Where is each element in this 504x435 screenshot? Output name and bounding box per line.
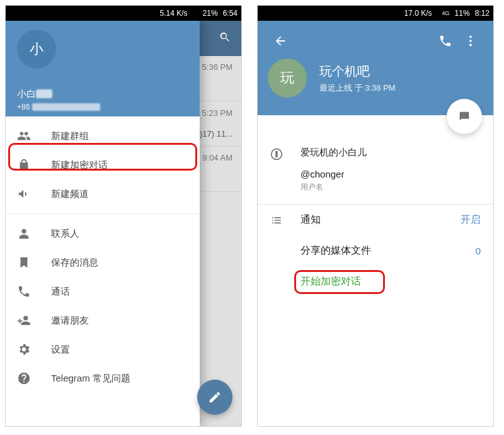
menu-saved-messages[interactable]: 保存的消息	[6, 248, 200, 277]
arrow-left-icon	[273, 34, 287, 48]
pencil-icon	[208, 390, 222, 404]
svg-point-16	[469, 44, 472, 47]
row-label: 通知	[301, 213, 444, 227]
menu-new-channel[interactable]: 新建频道	[6, 179, 200, 208]
clock: 8:12	[475, 9, 490, 18]
gear-icon	[17, 342, 31, 356]
menu-contacts[interactable]: 联系人	[6, 219, 200, 248]
row-value: 开启	[461, 213, 481, 227]
info-icon	[270, 147, 284, 193]
network-speed: 17.0 K/s	[404, 9, 432, 18]
more-vert-icon	[464, 34, 478, 48]
drawer-header[interactable]: 小 小白 +86	[6, 21, 200, 116]
profile-username-caption: 用户名	[301, 182, 367, 193]
status-bar: 5.14 K/s 21% 6:54	[6, 6, 241, 21]
profile-username[interactable]: @chonger	[301, 169, 367, 179]
start-secret-chat-row[interactable]: 开始加密对话	[258, 266, 493, 297]
row-value: 0	[475, 246, 481, 257]
status-bar: 17.0 K/s 4G 11% 8:12	[258, 6, 493, 21]
menu-label: 新建频道	[51, 188, 89, 200]
menu-divider	[6, 213, 200, 214]
compose-fab[interactable]	[197, 380, 232, 415]
battery-percent: 21%	[203, 9, 218, 18]
message-fab[interactable]	[447, 99, 482, 134]
row-label: 开始加密对话	[301, 275, 481, 288]
bookmark-icon	[17, 256, 31, 269]
info-section: 爱玩机的小白儿 @chonger 用户名	[258, 140, 493, 204]
chat-icon	[457, 110, 471, 123]
contact-icon	[17, 227, 31, 240]
menu-new-secret-chat[interactable]: 新建加密对话	[6, 150, 200, 179]
menu-label: 联系人	[51, 228, 79, 240]
list-icon	[270, 214, 284, 227]
notifications-row[interactable]: 通知 开启	[258, 205, 493, 235]
menu-new-group[interactable]: 新建群组	[6, 121, 200, 150]
row-label: 分享的媒体文件	[301, 244, 459, 257]
drawer-menu: 新建群组 新建加密对话 新建频道 联系人 保存的消息	[6, 116, 200, 393]
account-phone: +86	[17, 103, 100, 111]
menu-faq[interactable]: Telegram 常见问题	[6, 364, 200, 393]
svg-point-14	[469, 36, 472, 38]
account-name: 小白	[17, 88, 52, 100]
menu-label: Telegram 常见问题	[51, 373, 130, 385]
call-button[interactable]	[433, 28, 458, 54]
menu-label: 邀请朋友	[51, 315, 89, 327]
person-add-icon	[17, 314, 31, 327]
battery-percent: 11%	[455, 9, 470, 18]
phone-left: 5.14 K/s 21% 6:54 5:36 PM ✓5:23 PM )17) …	[5, 5, 242, 427]
shared-media-row[interactable]: 分享的媒体文件 0	[258, 235, 493, 266]
menu-label: 设置	[51, 344, 70, 356]
navigation-drawer: 小 小白 +86 新建群组 新建加密对话 新建频道	[6, 21, 200, 426]
back-button[interactable]	[268, 28, 293, 54]
svg-point-15	[469, 40, 472, 42]
network-type: 4G	[442, 10, 450, 16]
menu-invite[interactable]: 邀请朋友	[6, 306, 200, 335]
help-icon	[17, 371, 31, 385]
avatar: 小	[17, 30, 56, 69]
group-icon	[17, 129, 31, 143]
menu-calls[interactable]: 通话	[6, 277, 200, 306]
profile-last-seen: 最近上线 于 3:38 PM	[319, 82, 396, 94]
megaphone-icon	[17, 187, 31, 201]
menu-label: 新建群组	[51, 130, 89, 142]
lock-icon	[17, 158, 31, 172]
more-button[interactable]	[458, 28, 483, 54]
menu-label: 新建加密对话	[51, 159, 108, 171]
profile-bio: 爱玩机的小白儿	[301, 147, 367, 159]
menu-label: 保存的消息	[51, 257, 98, 269]
menu-label: 通话	[51, 286, 70, 298]
profile-title: 玩个机吧	[319, 63, 396, 80]
profile-body: 爱玩机的小白儿 @chonger 用户名 通知 开启 分享的媒体文件 0 开始加…	[258, 115, 493, 297]
clock: 6:54	[223, 9, 238, 18]
phone-icon	[438, 34, 452, 48]
network-speed: 5.14 K/s	[160, 9, 188, 18]
menu-settings[interactable]: 设置	[6, 335, 200, 364]
avatar[interactable]: 玩	[268, 59, 307, 98]
phone-right: 17.0 K/s 4G 11% 8:12 玩 玩个机吧	[257, 5, 494, 427]
phone-icon	[17, 285, 31, 298]
